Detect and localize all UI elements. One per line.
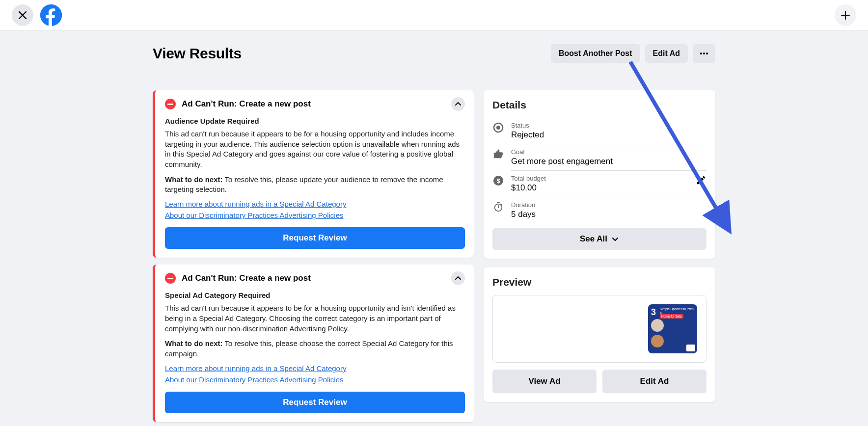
pencil-icon	[696, 175, 706, 186]
more-options-button[interactable]	[693, 44, 715, 63]
duration-value: 5 days	[511, 210, 706, 219]
collapse-button[interactable]	[451, 97, 465, 111]
topbar-left	[12, 4, 62, 26]
preview-thumbnail[interactable]: 3 Simple Updates to Prep a Home for Sale	[648, 304, 697, 353]
edit-ad-button[interactable]: Edit Ad	[645, 44, 688, 63]
alert-next-label: What to do next:	[165, 339, 222, 347]
thumb-headline: Simple Updates to Prep a Home for Sale	[660, 307, 694, 319]
request-review-button[interactable]: Request Review	[165, 392, 465, 413]
plus-icon	[841, 10, 850, 20]
alert-title: Ad Can't Run: Create a new post	[182, 273, 311, 283]
details-heading: Details	[492, 99, 706, 111]
alert-header: Ad Can't Run: Create a new post	[165, 271, 465, 285]
detail-status: Status Rejected	[492, 118, 706, 144]
chevron-down-icon	[611, 235, 619, 243]
see-all-label: See All	[580, 234, 607, 244]
page-header: View Results Boost Another Post Edit Ad	[153, 44, 715, 63]
see-all-button[interactable]: See All	[492, 228, 706, 250]
goal-value: Get more post engagement	[511, 157, 706, 166]
topbar	[0, 0, 868, 30]
close-icon	[18, 10, 27, 20]
view-ad-button[interactable]: View Ad	[492, 370, 597, 393]
facebook-logo[interactable]	[40, 4, 62, 26]
thumb-number: 3	[651, 307, 656, 318]
status-label: Status	[511, 122, 706, 129]
add-button[interactable]	[835, 4, 856, 26]
alert-body: This ad can't run because it appears to …	[165, 129, 465, 170]
facebook-icon	[40, 4, 62, 26]
header-actions: Boost Another Post Edit Ad	[551, 44, 715, 63]
status-value: Rejected	[511, 130, 706, 140]
details-panel: Details Status Rejected	[484, 90, 715, 259]
duration-icon	[492, 201, 504, 213]
ellipsis-icon	[700, 49, 708, 58]
detail-budget: $ Total budget $10.00	[492, 171, 706, 197]
learn-more-link[interactable]: Learn more about running ads in a Specia…	[165, 364, 346, 373]
alert-subtitle: Audience Update Required	[165, 117, 465, 125]
svg-point-3	[706, 53, 708, 54]
alert-card: Ad Can't Run: Create a new post Special …	[153, 265, 474, 422]
svg-point-6	[496, 126, 500, 130]
alert-next-label: What to do next:	[165, 175, 222, 184]
error-icon	[165, 99, 176, 109]
error-icon	[165, 273, 176, 284]
policies-link[interactable]: About our Discriminatory Practices Adver…	[165, 211, 343, 219]
edit-budget-button[interactable]	[696, 175, 706, 186]
detail-duration: Duration 5 days	[492, 197, 706, 223]
budget-icon: $	[492, 175, 504, 186]
alert-subtitle: Special Ad Category Required	[165, 291, 465, 299]
page-title: View Results	[153, 45, 242, 62]
collapse-button[interactable]	[451, 271, 465, 285]
svg-text:$: $	[496, 177, 500, 185]
right-column: Details Status Rejected	[484, 90, 715, 402]
chevron-up-icon	[455, 275, 461, 282]
preview-box: 3 Simple Updates to Prep a Home for Sale	[492, 295, 706, 363]
preview-heading: Preview	[492, 276, 706, 288]
alert-next: What to do next: To resolve this, please…	[165, 175, 465, 195]
alerts-column: Ad Can't Run: Create a new post Audience…	[153, 90, 474, 422]
main-content: Ad Can't Run: Create a new post Audience…	[153, 77, 715, 422]
detail-goal: Goal Get more post engagement	[492, 144, 706, 170]
alert-body: This ad can't run because it appears to …	[165, 303, 465, 334]
preview-panel: Preview 3 Simple Updates to Prep a Home …	[484, 267, 715, 402]
goal-icon	[492, 148, 504, 160]
alert-header: Ad Can't Run: Create a new post	[165, 97, 465, 111]
duration-label: Duration	[511, 201, 706, 209]
request-review-button[interactable]: Request Review	[165, 227, 465, 249]
svg-point-1	[700, 53, 702, 54]
alert-title: Ad Can't Run: Create a new post	[182, 99, 311, 109]
alert-next: What to do next: To resolve this, please…	[165, 339, 465, 359]
goal-label: Goal	[511, 148, 706, 156]
chevron-up-icon	[455, 101, 461, 107]
svg-point-2	[703, 53, 705, 54]
boost-another-post-button[interactable]: Boost Another Post	[551, 44, 640, 63]
budget-value: $10.00	[511, 183, 689, 193]
policies-link[interactable]: About our Discriminatory Practices Adver…	[165, 375, 343, 384]
budget-label: Total budget	[511, 175, 689, 182]
learn-more-link[interactable]: Learn more about running ads in a Specia…	[165, 200, 346, 208]
preview-buttons: View Ad Edit Ad	[492, 370, 706, 393]
status-icon	[492, 122, 504, 133]
preview-edit-ad-button[interactable]: Edit Ad	[602, 370, 706, 393]
close-button[interactable]	[12, 4, 33, 26]
alert-card: Ad Can't Run: Create a new post Audience…	[153, 90, 474, 258]
